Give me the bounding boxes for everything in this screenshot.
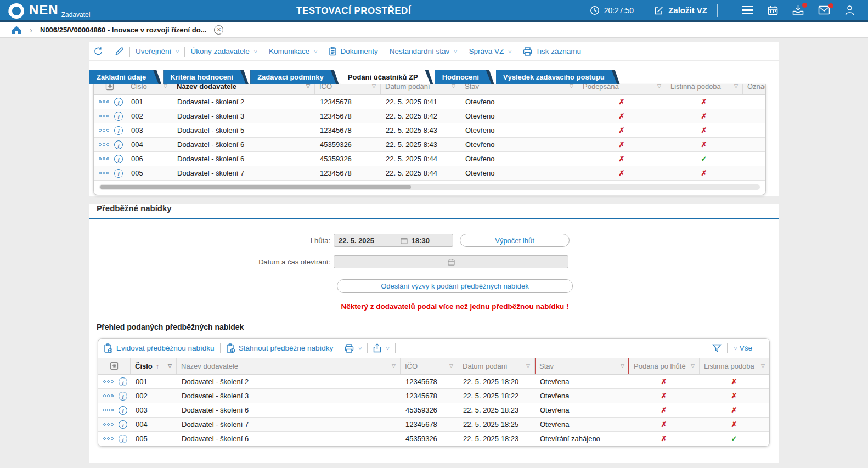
toolbar-item-uverejneni[interactable]: Uveřejnění ▽ <box>136 47 179 55</box>
stahnout-nabidky-button[interactable]: Stáhnout předběžné nabídky <box>226 343 334 353</box>
scrollbar-thumb[interactable] <box>100 185 411 189</box>
tab-vysledek-zadavaciho-postupu[interactable]: Výsledek zadávacího postupu <box>496 70 620 84</box>
table-row[interactable]: 001 Dodavatel - školení 2 12345678 22. 5… <box>94 95 765 109</box>
row-info-icon[interactable] <box>119 377 127 386</box>
column-settings-button[interactable] <box>98 358 130 374</box>
row-menu-icon[interactable] <box>99 143 109 146</box>
table-row[interactable]: 001 Dodavatel - školení 2 12345678 22. 5… <box>98 375 769 389</box>
filter-icon[interactable]: ▽ <box>687 363 695 369</box>
tab-zakladni-udaje[interactable]: Základní údaje <box>89 70 161 84</box>
column-header-nazev-dodavatele[interactable]: Název dodavatele▽ <box>176 358 400 374</box>
menu-icon[interactable] <box>742 6 753 15</box>
toolbar-item-komunikace[interactable]: Komunikace ▽ <box>269 47 317 55</box>
table-row[interactable]: 004 Dodavatel - školení 6 45359326 22. 5… <box>94 138 765 152</box>
print-table-button[interactable]: ▽ <box>345 344 362 353</box>
lhuta-time-value[interactable]: 18:30 <box>412 236 430 245</box>
table-row[interactable]: 002 Dodavatel - školení 3 12345678 22. 5… <box>94 109 765 123</box>
calendar-icon[interactable] <box>448 258 455 266</box>
table-row[interactable]: 002 Dodavatel - školení 3 12345678 22. 5… <box>98 389 769 403</box>
row-menu-icon[interactable] <box>103 380 114 383</box>
row-menu-icon[interactable] <box>103 409 114 411</box>
view-all-button[interactable]: Vše <box>740 344 752 352</box>
row-menu-icon[interactable] <box>103 437 114 440</box>
edit-button[interactable] <box>115 47 124 56</box>
filter-icon[interactable]: ▽ <box>446 363 453 369</box>
nen-logo[interactable]: NEN Zadavatel <box>0 1 90 20</box>
toolbar-item-ukony-zadavatele[interactable]: Úkony zadavatele ▽ <box>190 47 257 55</box>
toolbar-item-dokumenty[interactable]: Dokumenty <box>329 47 377 56</box>
close-icon[interactable]: ✕ <box>214 25 223 35</box>
row-menu-icon[interactable] <box>99 100 109 103</box>
toolbar-item-tisk-zaznamu[interactable]: Tisk záznamu <box>523 47 581 56</box>
row-info-icon[interactable] <box>119 406 127 415</box>
row-menu-icon[interactable] <box>99 115 109 117</box>
table-row[interactable]: 005 Dodavatel - školení 7 12345678 22. 5… <box>94 166 765 181</box>
filter-icon[interactable]: ▽ <box>388 363 396 369</box>
home-icon[interactable] <box>11 25 22 35</box>
row-info-icon[interactable] <box>119 435 127 443</box>
column-header-stav[interactable]: Stav▽ <box>460 84 578 94</box>
toolbar-item-nestandardni-stav[interactable]: Nestandardní stav ▽ <box>390 47 458 55</box>
table-row[interactable]: 006 Dodavatel - školení 6 45359326 22. 5… <box>94 152 765 166</box>
column-header-cislo[interactable]: Číslo▽ <box>126 84 172 94</box>
column-header-podepsana[interactable]: Podepsána▽ <box>578 84 666 94</box>
tab-kriteria-hodnoceni[interactable]: Kritéria hodnocení <box>163 70 249 84</box>
row-menu-icon[interactable] <box>99 172 109 174</box>
filter-icon[interactable]: ▽ <box>617 363 624 369</box>
column-header-cislo[interactable]: Číslo ↑ ▽ <box>130 358 176 374</box>
row-menu-icon[interactable] <box>99 157 109 160</box>
row-info-icon[interactable] <box>114 155 123 163</box>
filter-icon[interactable]: ▽ <box>369 84 376 89</box>
odeslani-vyzvy-button[interactable]: Odeslání výzvy k podání předběžných nabí… <box>337 279 573 293</box>
filter-icon[interactable]: ▽ <box>165 363 172 369</box>
row-menu-icon[interactable] <box>103 423 114 426</box>
column-header-nazev-dodavatele[interactable]: Název dodavatele▽ <box>172 84 314 94</box>
lhuta-date-value[interactable]: 22. 5. 2025 <box>339 236 374 245</box>
table-row[interactable]: 004 Dodavatel - školení 7 12345678 22. 5… <box>98 418 769 432</box>
evidovat-nabidku-button[interactable]: Evidovat předběžnou nabídku <box>104 343 215 353</box>
column-header-datum-podani[interactable]: Datum podání▽ <box>458 358 534 374</box>
toolbar-item-sprava-vz[interactable]: Správa VZ ▽ <box>469 47 511 55</box>
filter-icon[interactable]: ▽ <box>654 84 661 89</box>
otevirani-input[interactable] <box>334 255 568 268</box>
filter-icon[interactable]: ▽ <box>160 84 167 89</box>
filter-funnel-icon[interactable] <box>712 344 722 353</box>
column-header-ico[interactable]: IČO▽ <box>314 84 380 94</box>
column-header-listinna-podoba[interactable]: Listinná podoba▽ <box>699 358 769 374</box>
tab-hodnoceni[interactable]: Hodnocení <box>435 70 494 84</box>
column-header-stav[interactable]: Stav▽ <box>534 358 629 374</box>
table-row[interactable]: 005 Dodavatel - školení 6 45359326 22. 5… <box>98 432 769 446</box>
filter-icon[interactable]: ▽ <box>758 363 765 369</box>
lhuta-input[interactable]: 22. 5. 2025 18:30 <box>334 234 453 247</box>
vypocet-lhut-button[interactable]: Výpočet lhůt <box>460 234 570 247</box>
row-info-icon[interactable] <box>114 140 123 149</box>
tab-zadavaci-podminky[interactable]: Zadávací podmínky <box>250 70 339 84</box>
column-header-oznacena[interactable]: Označen <box>742 84 765 94</box>
tab-podani-ucastniku-zp[interactable]: Podání účastníků ZP <box>341 70 433 84</box>
filter-icon[interactable]: ▽ <box>448 84 455 89</box>
calendar-icon[interactable] <box>401 237 408 244</box>
row-menu-icon[interactable] <box>99 129 109 132</box>
inbox-icon[interactable] <box>792 5 804 15</box>
refresh-button[interactable] <box>93 47 103 57</box>
table-row[interactable]: 003 Dodavatel - školení 6 45359326 22. 5… <box>98 403 769 418</box>
filter-icon[interactable]: ▽ <box>731 84 738 89</box>
filter-icon[interactable]: ▽ <box>303 84 310 89</box>
user-icon[interactable] <box>844 5 855 15</box>
create-vz-button[interactable]: Založit VZ <box>654 5 707 15</box>
row-info-icon[interactable] <box>114 126 123 135</box>
mail-icon[interactable] <box>818 5 830 15</box>
calendar-icon[interactable] <box>768 5 778 15</box>
filter-icon[interactable]: ▽ <box>523 363 530 369</box>
row-info-icon[interactable] <box>119 392 127 401</box>
column-header-datum-podani[interactable]: Datum podání▽ <box>380 84 460 94</box>
row-info-icon[interactable] <box>119 420 127 429</box>
row-info-icon[interactable] <box>114 112 123 121</box>
column-header-podana-po-lhute[interactable]: Podaná po lhůtě▽ <box>629 358 699 374</box>
table-row[interactable]: 003 Dodavatel - školení 5 12345678 22. 5… <box>94 123 765 138</box>
horizontal-scrollbar[interactable] <box>99 184 760 190</box>
row-menu-icon[interactable] <box>103 394 114 397</box>
column-header-listinna-podoba[interactable]: Listinná podoba▽ <box>666 84 742 94</box>
column-settings-button[interactable] <box>94 84 126 94</box>
column-header-ico[interactable]: IČO▽ <box>400 358 458 374</box>
